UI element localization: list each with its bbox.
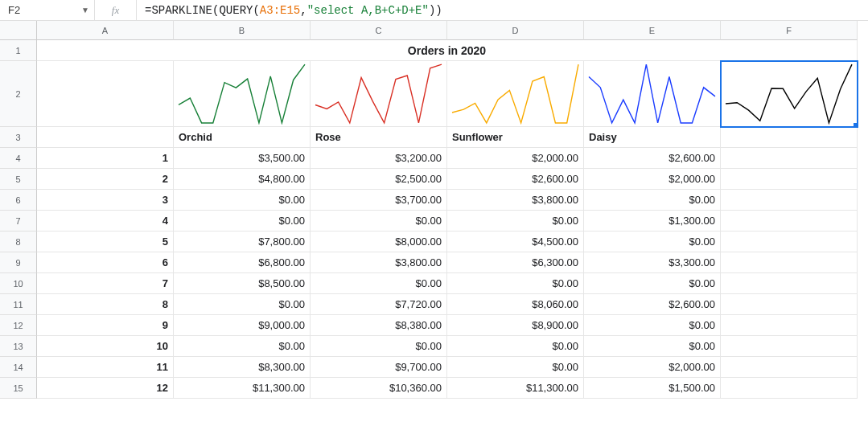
row-head-15[interactable]: 15 <box>0 378 37 399</box>
cell-empty[interactable] <box>721 148 858 169</box>
cell-empty[interactable] <box>721 357 858 378</box>
row-head-4[interactable]: 4 <box>0 148 37 169</box>
table-cell[interactable]: $7,720.00 <box>311 294 447 315</box>
row-head-2[interactable]: 2 <box>0 61 37 127</box>
table-cell[interactable]: $10,360.00 <box>311 378 447 399</box>
row-head-3[interactable]: 3 <box>0 127 37 148</box>
row-head-1[interactable]: 1 <box>0 40 37 61</box>
table-cell[interactable]: $0.00 <box>584 273 721 294</box>
header-rose[interactable]: Rose <box>311 127 447 148</box>
cell-empty[interactable] <box>721 211 858 231</box>
table-cell[interactable]: $2,000.00 <box>447 148 584 169</box>
table-cell[interactable]: $9,000.00 <box>174 315 311 336</box>
cell-empty[interactable] <box>721 336 858 357</box>
cell-empty[interactable] <box>721 273 858 294</box>
row-head-9[interactable]: 9 <box>0 252 37 273</box>
cell-empty[interactable] <box>721 231 858 252</box>
table-cell[interactable]: $11,300.00 <box>174 378 311 399</box>
header-orchid[interactable]: Orchid <box>174 127 311 148</box>
row-head-10[interactable]: 10 <box>0 273 37 294</box>
cell-f3[interactable] <box>721 127 858 148</box>
col-head-b[interactable]: B <box>174 21 311 40</box>
index-6[interactable]: 6 <box>37 252 174 273</box>
table-cell[interactable]: $11,300.00 <box>447 378 584 399</box>
index-8[interactable]: 8 <box>37 294 174 315</box>
cell-a2[interactable] <box>37 61 174 127</box>
index-11[interactable]: 11 <box>37 357 174 378</box>
cell-empty[interactable] <box>721 315 858 336</box>
row-head-5[interactable]: 5 <box>0 169 37 190</box>
header-sunflower[interactable]: Sunflower <box>447 127 584 148</box>
table-cell[interactable]: $0.00 <box>174 190 311 211</box>
table-cell[interactable]: $8,060.00 <box>447 294 584 315</box>
index-10[interactable]: 10 <box>37 336 174 357</box>
row-head-8[interactable]: 8 <box>0 231 37 252</box>
table-cell[interactable]: $3,500.00 <box>174 148 311 169</box>
table-cell[interactable]: $0.00 <box>311 273 447 294</box>
col-head-c[interactable]: C <box>311 21 447 40</box>
index-12[interactable]: 12 <box>37 378 174 399</box>
index-3[interactable]: 3 <box>37 190 174 211</box>
table-cell[interactable]: $2,500.00 <box>311 169 447 190</box>
table-cell[interactable]: $1,300.00 <box>584 211 721 231</box>
sparkline-rose[interactable] <box>311 61 447 127</box>
table-cell[interactable]: $3,800.00 <box>311 252 447 273</box>
table-cell[interactable]: $2,600.00 <box>584 294 721 315</box>
table-cell[interactable]: $0.00 <box>584 336 721 357</box>
sparkline-sunflower[interactable] <box>447 61 584 127</box>
col-head-f[interactable]: F <box>721 21 858 40</box>
table-cell[interactable]: $8,900.00 <box>447 315 584 336</box>
table-cell[interactable]: $8,380.00 <box>311 315 447 336</box>
spreadsheet-grid[interactable]: A B C D E F 1 Orders in 2020 2 3 Orchid … <box>0 21 868 399</box>
title-cell[interactable]: Orders in 2020 <box>37 40 858 61</box>
index-2[interactable]: 2 <box>37 169 174 190</box>
index-7[interactable]: 7 <box>37 273 174 294</box>
table-cell[interactable]: $0.00 <box>174 336 311 357</box>
sparkline-daisy[interactable] <box>584 61 721 127</box>
table-cell[interactable]: $2,000.00 <box>584 169 721 190</box>
table-cell[interactable]: $0.00 <box>447 357 584 378</box>
col-head-a[interactable]: A <box>37 21 174 40</box>
table-cell[interactable]: $0.00 <box>174 211 311 231</box>
table-cell[interactable]: $8,300.00 <box>174 357 311 378</box>
table-cell[interactable]: $3,300.00 <box>584 252 721 273</box>
row-head-7[interactable]: 7 <box>0 211 37 231</box>
header-daisy[interactable]: Daisy <box>584 127 721 148</box>
table-cell[interactable]: $8,500.00 <box>174 273 311 294</box>
formula-input[interactable]: =SPARKLINE(QUERY(A3:E15,"select A,B+C+D+… <box>137 4 868 17</box>
table-cell[interactable]: $0.00 <box>584 190 721 211</box>
table-cell[interactable]: $0.00 <box>584 231 721 252</box>
table-cell[interactable]: $0.00 <box>311 211 447 231</box>
row-head-13[interactable]: 13 <box>0 336 37 357</box>
cell-empty[interactable] <box>721 294 858 315</box>
table-cell[interactable]: $6,800.00 <box>174 252 311 273</box>
table-cell[interactable]: $3,800.00 <box>447 190 584 211</box>
table-cell[interactable]: $4,500.00 <box>447 231 584 252</box>
col-head-e[interactable]: E <box>584 21 721 40</box>
cell-empty[interactable] <box>721 252 858 273</box>
table-cell[interactable]: $8,000.00 <box>311 231 447 252</box>
cell-a3[interactable] <box>37 127 174 148</box>
table-cell[interactable]: $0.00 <box>447 211 584 231</box>
sparkline-orchid[interactable] <box>174 61 311 127</box>
sparkline-total[interactable] <box>721 61 858 127</box>
table-cell[interactable]: $0.00 <box>311 336 447 357</box>
table-cell[interactable]: $2,600.00 <box>447 169 584 190</box>
index-9[interactable]: 9 <box>37 315 174 336</box>
table-cell[interactable]: $6,300.00 <box>447 252 584 273</box>
row-head-6[interactable]: 6 <box>0 190 37 211</box>
table-cell[interactable]: $3,700.00 <box>311 190 447 211</box>
row-head-11[interactable]: 11 <box>0 294 37 315</box>
cell-empty[interactable] <box>721 169 858 190</box>
table-cell[interactable]: $2,000.00 <box>584 357 721 378</box>
table-cell[interactable]: $4,800.00 <box>174 169 311 190</box>
table-cell[interactable]: $0.00 <box>174 294 311 315</box>
table-cell[interactable]: $1,500.00 <box>584 378 721 399</box>
row-head-12[interactable]: 12 <box>0 315 37 336</box>
table-cell[interactable]: $0.00 <box>447 273 584 294</box>
col-head-d[interactable]: D <box>447 21 584 40</box>
table-cell[interactable]: $7,800.00 <box>174 231 311 252</box>
cell-empty[interactable] <box>721 190 858 211</box>
table-cell[interactable]: $9,700.00 <box>311 357 447 378</box>
row-head-14[interactable]: 14 <box>0 357 37 378</box>
